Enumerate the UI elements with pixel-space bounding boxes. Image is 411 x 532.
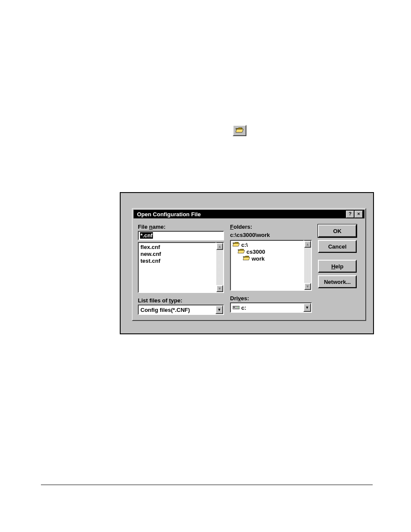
middle-column: Folders: c:\cs3000\work c:\ [230, 224, 312, 315]
scroll-up-icon[interactable]: ▲ [216, 243, 223, 250]
file-list-scrollbar[interactable]: ▲ ▼ [216, 242, 224, 293]
svg-marker-7 [243, 257, 250, 260]
scroll-down-icon[interactable]: ▼ [304, 283, 311, 290]
help-button[interactable]: Help [318, 260, 357, 273]
folder-item[interactable]: work [233, 255, 302, 262]
window-frame: Open Configuration File ? × File name: *… [120, 192, 374, 334]
svg-rect-9 [234, 307, 235, 308]
footer-rule [41, 485, 373, 485]
folder-item[interactable]: cs3000 [233, 249, 302, 255]
title-bar[interactable]: Open Configuration File ? × [134, 210, 364, 218]
dropdown-arrow-icon[interactable]: ▼ [215, 305, 223, 314]
titlebar-buttons: ? × [346, 211, 363, 218]
file-name-input[interactable]: *.cnf [138, 231, 224, 240]
open-config-dialog: Open Configuration File ? × File name: *… [132, 208, 366, 321]
svg-marker-0 [236, 128, 242, 129]
svg-point-10 [238, 307, 239, 308]
titlebar-help-button[interactable]: ? [346, 211, 354, 218]
dropdown-arrow-icon[interactable]: ▼ [303, 303, 311, 312]
titlebar-close-button[interactable]: × [355, 211, 363, 218]
drive-icon [233, 305, 240, 311]
open-folder-icon [238, 249, 245, 255]
drives-dropdown[interactable]: c: ▼ [230, 302, 312, 313]
ok-button[interactable]: OK [318, 224, 357, 237]
button-column: OK Cancel Help Network... [318, 224, 357, 315]
file-list[interactable]: flex.cnf new.cnf test.cnf [138, 242, 216, 293]
drives-value: c: [231, 303, 303, 312]
file-name-label: File name: [138, 224, 224, 230]
svg-marker-5 [238, 250, 245, 253]
open-folder-icon [236, 127, 243, 134]
folder-tree-wrap: c:\ cs3000 [230, 240, 312, 291]
list-item[interactable]: flex.cnf [140, 244, 214, 251]
dialog-body: File name: *.cnf flex.cnf new.cnf test.c… [133, 219, 365, 320]
dialog-title: Open Configuration File [137, 211, 346, 218]
list-item[interactable]: new.cnf [140, 251, 214, 258]
svg-marker-1 [236, 129, 243, 132]
cancel-button[interactable]: Cancel [318, 240, 357, 253]
svg-marker-6 [243, 256, 249, 257]
network-button[interactable]: Network... [318, 275, 357, 288]
open-folder-icon [243, 255, 250, 262]
scroll-up-icon[interactable]: ▲ [304, 241, 311, 248]
page: Open Configuration File ? × File name: *… [0, 0, 411, 532]
current-path: c:\cs3000\work [230, 232, 312, 238]
folder-tree-scrollbar[interactable]: ▲ ▼ [304, 240, 312, 291]
file-type-value: Config files(*.CNF) [139, 305, 215, 314]
svg-marker-3 [233, 243, 240, 246]
file-type-label: List files of type: [138, 297, 224, 304]
list-item[interactable]: test.cnf [140, 258, 214, 264]
file-list-wrap: flex.cnf new.cnf test.cnf ▲ ▼ [138, 242, 224, 293]
scroll-track[interactable] [216, 250, 223, 285]
folder-item[interactable]: c:\ [233, 242, 302, 249]
scroll-track[interactable] [304, 248, 311, 283]
svg-marker-4 [238, 249, 243, 250]
scroll-down-icon[interactable]: ▼ [216, 285, 223, 292]
svg-marker-2 [233, 242, 238, 243]
open-file-toolbar-button[interactable] [233, 125, 246, 136]
open-folder-icon [233, 242, 240, 249]
left-column: File name: *.cnf flex.cnf new.cnf test.c… [138, 224, 224, 315]
folder-tree[interactable]: c:\ cs3000 [230, 240, 304, 291]
file-type-dropdown[interactable]: Config files(*.CNF) ▼ [138, 305, 224, 315]
folders-label: Folders: [230, 224, 312, 230]
drives-label: Drives: [230, 295, 312, 302]
